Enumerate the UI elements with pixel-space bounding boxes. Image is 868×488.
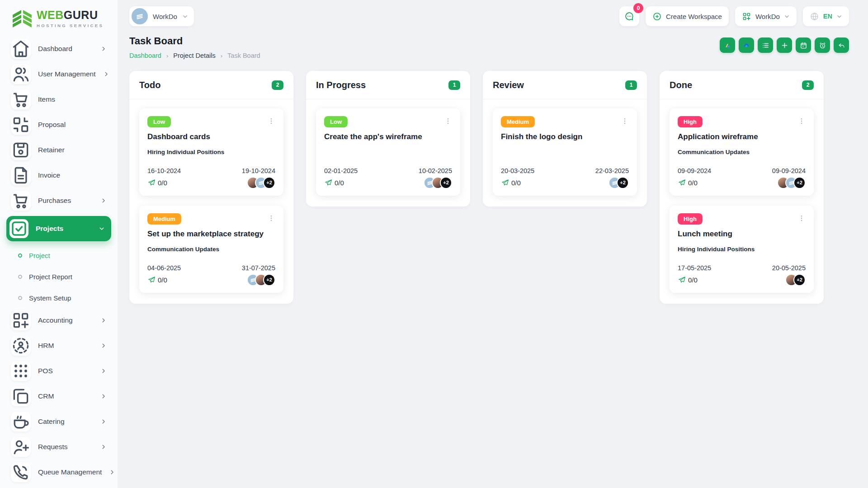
- task-start-date: 04-06-2025: [147, 264, 181, 272]
- sidebar-subitem-project-report[interactable]: Project Report: [18, 268, 107, 285]
- board-toolbar: [720, 38, 849, 53]
- sidebar-item-projects[interactable]: Projects: [6, 216, 111, 241]
- sidebar-menu: Dashboard User Management Items Proposal…: [11, 39, 107, 482]
- pos-icon: [11, 361, 31, 381]
- users-icon: [11, 64, 31, 84]
- sidebar-item-label: Invoice: [38, 171, 107, 179]
- breadcrumb-separator: ›: [221, 52, 222, 59]
- task-card[interactable]: Medium Set up the marketplace strategy C…: [139, 206, 283, 293]
- topbar: WorkDo 0 Create Workspace: [129, 5, 849, 28]
- dots-vertical-icon: [797, 214, 806, 222]
- sidebar-item-user-management[interactable]: User Management: [11, 64, 107, 84]
- app-switcher-button[interactable]: WorkDo: [735, 6, 797, 26]
- sidebar-item-proposal[interactable]: Proposal: [11, 115, 107, 135]
- breadcrumb-dashboard-link[interactable]: Dashboard: [129, 52, 161, 59]
- chevron-right-icon: [100, 46, 107, 52]
- card-menu-button[interactable]: [797, 214, 806, 222]
- task-card[interactable]: Low Create the app's wireframe 02-01-202…: [316, 108, 460, 196]
- column-cards: Low Create the app's wireframe 02-01-202…: [316, 99, 460, 206]
- dots-vertical-icon: [621, 117, 629, 125]
- sidebar-item-label: CRM: [38, 392, 93, 400]
- sidebar-item-items[interactable]: Items: [11, 89, 107, 109]
- card-menu-button[interactable]: [621, 117, 629, 125]
- task-milestone: [324, 149, 452, 156]
- column-count-badge: 2: [272, 80, 283, 90]
- sidebar-subitem-project[interactable]: Project: [18, 247, 107, 264]
- sidebar-item-purchases[interactable]: Purchases: [11, 191, 107, 211]
- board-column-done: Done 2 High Application wireframe Commun…: [660, 71, 824, 304]
- send-icon: [501, 178, 509, 187]
- language-selector[interactable]: EN: [803, 6, 849, 26]
- task-card[interactable]: High Application wireframe Communication…: [670, 108, 814, 196]
- phone-icon: [11, 462, 31, 482]
- sidebar-submenu-projects: Project Project Report System Setup: [18, 247, 107, 306]
- chevron-right-icon: [100, 317, 107, 324]
- sidebar-subitem-system-setup[interactable]: System Setup: [18, 289, 107, 306]
- priority-badge: Low: [324, 116, 348, 127]
- sidebar-item-crm[interactable]: CRM: [11, 386, 107, 406]
- sidebar-item-label: HRM: [38, 342, 93, 350]
- task-title: Finish the logo design: [501, 132, 629, 141]
- bullet-icon: [18, 296, 22, 300]
- priority-badge: Medium: [501, 116, 535, 127]
- task-card[interactable]: High Lunch meeting Hiring Individual Pos…: [670, 206, 814, 293]
- chevron-down-icon: [182, 14, 188, 19]
- sidebar-item-requests[interactable]: Requests: [11, 437, 107, 457]
- back-button[interactable]: [834, 38, 849, 53]
- avatar-more-count: +2: [617, 177, 629, 189]
- add-task-button[interactable]: [777, 38, 792, 53]
- task-milestone: Communication Updates: [147, 246, 275, 253]
- card-menu-button[interactable]: [444, 117, 452, 125]
- timer-button[interactable]: [815, 38, 830, 53]
- priority-badge: High: [678, 116, 703, 127]
- chevron-right-icon: [100, 393, 107, 399]
- breadcrumb-project-details-link[interactable]: Project Details: [173, 52, 215, 59]
- task-end-date: 09-09-2024: [772, 167, 806, 174]
- workspace-avatar: [132, 8, 148, 24]
- create-workspace-button[interactable]: Create Workspace: [646, 6, 729, 26]
- sidebar-item-label: User Management: [38, 70, 96, 78]
- send-icon: [324, 178, 333, 187]
- onedrive-button[interactable]: [739, 38, 754, 53]
- sidebar-item-hrm[interactable]: HRM: [11, 336, 107, 356]
- card-menu-button[interactable]: [267, 117, 275, 125]
- column-count-badge: 2: [802, 80, 814, 90]
- sidebar-item-catering[interactable]: Catering: [11, 412, 107, 432]
- list-view-button[interactable]: [758, 38, 773, 53]
- hrm-icon: [11, 336, 31, 356]
- timer-icon: [819, 42, 826, 49]
- app-switcher-label: WorkDo: [755, 13, 780, 20]
- topbar-right: 0 Create Workspace WorkDo: [619, 6, 849, 26]
- brand-tagline: HOSTING SERVICES: [37, 23, 104, 28]
- workspace-label: WorkDo: [153, 13, 177, 20]
- dots-vertical-icon: [797, 117, 806, 125]
- task-card[interactable]: Low Dashboard cards Hiring Individual Po…: [139, 108, 283, 196]
- workspace-selector[interactable]: WorkDo: [129, 6, 194, 26]
- task-board: Todo 2 Low Dashboard cards Hiring Indivi…: [129, 71, 824, 304]
- google-drive-button[interactable]: [720, 38, 735, 53]
- sidebar-item-dashboard[interactable]: Dashboard: [11, 39, 107, 59]
- column-cards: Medium Finish the logo design 20-03-2025…: [493, 99, 637, 206]
- chevron-right-icon: [100, 197, 107, 204]
- card-menu-button[interactable]: [267, 214, 275, 222]
- sidebar-item-queue-management[interactable]: Queue Management: [11, 462, 107, 482]
- sidebar-item-invoice[interactable]: Invoice: [11, 165, 107, 185]
- sidebar-item-accounting[interactable]: Accounting: [11, 310, 107, 330]
- sidebar-item-label: Dashboard: [38, 45, 93, 53]
- sidebar-item-label: Purchases: [38, 197, 93, 205]
- avatar-more-count: +2: [793, 274, 806, 286]
- task-start-date: 02-01-2025: [324, 167, 358, 174]
- avatar-more-count: +2: [263, 274, 275, 286]
- sidebar-item-pos[interactable]: POS: [11, 361, 107, 381]
- card-menu-button[interactable]: [797, 117, 806, 125]
- priority-badge: High: [678, 213, 703, 225]
- sidebar-subitem-label: Project Report: [29, 273, 72, 281]
- calendar-view-button[interactable]: [796, 38, 811, 53]
- sidebar-item-retainer[interactable]: Retainer: [11, 140, 107, 160]
- sidebar-item-label: Proposal: [38, 121, 107, 129]
- task-progress: 0/0: [678, 276, 698, 284]
- task-card[interactable]: Medium Finish the logo design 20-03-2025…: [493, 108, 637, 196]
- save-icon: [11, 140, 31, 160]
- invoice-icon: [11, 165, 31, 185]
- messages-button[interactable]: 0: [619, 6, 639, 26]
